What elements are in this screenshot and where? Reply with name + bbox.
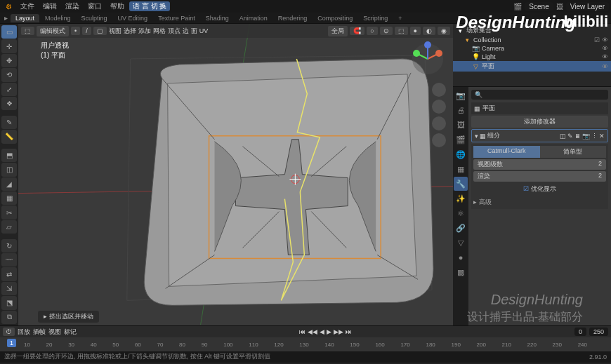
eye-icon[interactable]: 👁 <box>602 36 608 43</box>
ws-tab-layout[interactable]: Layout <box>11 14 39 22</box>
vp-menu-edge[interactable]: 边 <box>183 27 189 36</box>
modifier-header[interactable]: ▾ ▦ 细分 ◫ ✎ 🖥 📷 ⋮ ✕ <box>471 129 608 142</box>
menu-render[interactable]: 渲染 <box>62 1 83 11</box>
advanced-panel[interactable]: ▸ 高级 <box>473 198 606 207</box>
viewport-3d[interactable]: ⬚ 编辑模式 • / ▢ 视图 选择 添加 网格 顶点 边 面 UV 全局 🧲 … <box>18 24 453 325</box>
zoom-icon[interactable] <box>432 83 446 97</box>
pan-icon[interactable] <box>432 100 446 114</box>
ptab-object[interactable]: ▦ <box>454 162 468 176</box>
ws-tab-uv[interactable]: UV Editing <box>113 14 153 22</box>
tool-transform[interactable]: ❖ <box>1 97 17 110</box>
current-frame-marker[interactable]: 1 <box>7 339 16 347</box>
tool-cursor[interactable]: ✛ <box>1 39 17 53</box>
ws-tab-shading[interactable]: Shading <box>201 14 234 22</box>
menu-window[interactable]: 窗口 <box>84 1 105 11</box>
snap-toggle[interactable]: 🧲 <box>350 27 364 35</box>
ptab-data[interactable]: ▽ <box>454 236 468 250</box>
scene-name-input[interactable]: Scene <box>525 2 553 11</box>
vert-select-mode[interactable]: • <box>71 27 80 35</box>
render-levels-slider[interactable]: 渲染 2 <box>473 171 606 182</box>
checkbox-icon[interactable]: ☑ <box>594 36 600 43</box>
ptab-output[interactable]: 🖨 <box>454 103 468 117</box>
tool-measure[interactable]: 📏 <box>1 130 17 143</box>
object-breadcrumb[interactable]: ▦ 平面 <box>471 102 608 114</box>
shading-solid-icon[interactable]: ● <box>410 27 421 35</box>
play-icon[interactable]: ▶ <box>327 328 331 335</box>
mod-render-icon[interactable]: 📷 <box>582 133 590 140</box>
tool-scale[interactable]: ⤢ <box>1 83 17 96</box>
tool-move[interactable]: ✥ <box>1 54 17 67</box>
mod-close-icon[interactable]: ✕ <box>599 133 605 140</box>
ortho-icon[interactable] <box>432 133 446 147</box>
ws-tab-texture[interactable]: Texture Paint <box>153 14 200 22</box>
viewlayer-input[interactable]: View Layer <box>566 2 609 11</box>
tool-shear[interactable]: ⬔ <box>1 296 17 309</box>
mod-menu-icon[interactable]: ⋮ <box>591 133 598 140</box>
tool-annotate[interactable]: ✎ <box>1 116 17 129</box>
shading-render-icon[interactable]: ◉ <box>438 27 450 35</box>
tl-view[interactable]: 视图 <box>48 328 61 337</box>
tool-smooth[interactable]: 〰 <box>1 253 17 267</box>
keyframe-next-icon[interactable]: ▶▶ <box>334 328 343 335</box>
tool-rotate[interactable]: ⟲ <box>1 68 17 81</box>
tool-rip[interactable]: ⧉ <box>1 311 17 324</box>
vp-menu-vertex[interactable]: 顶点 <box>168 27 180 36</box>
mod-edit-icon[interactable]: ✎ <box>567 133 573 140</box>
keyframe-prev-icon[interactable]: ◀◀ <box>308 328 317 335</box>
shading-wire-icon[interactable]: ⬚ <box>395 27 408 35</box>
proportional-toggle[interactable]: ○ <box>367 27 377 35</box>
orientation-dropdown[interactable]: 全局 <box>328 26 348 36</box>
workspace-icon[interactable]: ▸ <box>2 14 10 22</box>
tl-marker[interactable]: 标记 <box>64 328 77 337</box>
simple-tab[interactable]: 简单型 <box>540 146 607 158</box>
timeline-editor-icon[interactable]: ⏱ <box>3 328 15 336</box>
shading-matcap-icon[interactable]: ◐ <box>423 27 435 35</box>
tool-inset[interactable]: ◫ <box>1 163 17 176</box>
menu-lang-tab[interactable]: 语 言 切 换 <box>129 1 170 11</box>
ws-tab-scripting[interactable]: Scripting <box>358 14 393 22</box>
tool-select[interactable]: ▭ <box>1 25 17 39</box>
navigation-gizmo[interactable] <box>409 41 446 77</box>
menu-edit[interactable]: 编辑 <box>39 1 60 11</box>
jump-start-icon[interactable]: ⏮ <box>299 328 306 335</box>
outliner-item-camera[interactable]: 📷 Camera 👁 <box>453 44 611 53</box>
ptab-viewlayer[interactable]: 🖼 <box>454 118 468 132</box>
ws-tab-compositing[interactable]: Compositing <box>313 14 357 22</box>
ptab-texture[interactable]: ▩ <box>454 265 468 279</box>
viewport-levels-slider[interactable]: 视图级数 2 <box>473 159 606 170</box>
tool-poly[interactable]: ▱ <box>1 220 17 234</box>
ptab-world[interactable]: 🌐 <box>454 147 468 161</box>
modifier-name[interactable]: 细分 <box>487 131 558 140</box>
ws-tab-sculpting[interactable]: Sculpting <box>77 14 112 22</box>
mod-realtime-icon[interactable]: 🖥 <box>574 133 581 140</box>
tool-shrink[interactable]: ⇲ <box>1 282 17 295</box>
props-search[interactable]: 🔍 <box>471 90 608 100</box>
tool-loopcut[interactable]: ▦ <box>1 191 17 205</box>
camera-icon[interactable] <box>432 116 446 130</box>
overlay-toggle[interactable]: ⊙ <box>380 27 393 35</box>
menu-help[interactable]: 帮助 <box>107 1 128 11</box>
catmull-tab[interactable]: Catmull-Clark <box>473 146 540 158</box>
tool-bevel[interactable]: ◢ <box>1 177 17 191</box>
frame-start-input[interactable]: 0 <box>574 328 586 336</box>
ptab-constraints[interactable]: 🔗 <box>454 221 468 235</box>
vp-menu-select[interactable]: 选择 <box>124 27 136 36</box>
menu-file[interactable]: 文件 <box>17 1 38 11</box>
outliner-item-light[interactable]: 💡 Light 👁 <box>453 53 611 61</box>
ws-tab-rendering[interactable]: Rendering <box>273 14 313 22</box>
ws-tab-animation[interactable]: Animation <box>235 14 272 22</box>
operator-status[interactable]: ▸ 挤出选区并移动 <box>38 311 99 323</box>
editor-type-icon[interactable]: ⬚ <box>21 27 34 35</box>
vp-menu-view[interactable]: 视图 <box>109 27 121 36</box>
tool-knife[interactable]: ✂ <box>1 205 17 219</box>
mode-dropdown[interactable]: 编辑模式 <box>37 26 69 36</box>
jump-end-icon[interactable]: ⏭ <box>346 328 352 335</box>
edge-select-mode[interactable]: / <box>82 27 91 35</box>
mod-cage-icon[interactable]: ◫ <box>560 133 566 140</box>
ptab-scene[interactable]: 🎬 <box>454 133 468 147</box>
ws-tab-modeling[interactable]: Modeling <box>40 14 76 22</box>
tool-spin[interactable]: ↻ <box>1 239 17 252</box>
eye-icon[interactable]: 👁 <box>602 45 608 52</box>
expand-icon[interactable]: ▾ <box>475 133 478 140</box>
ptab-material[interactable]: ● <box>454 250 468 264</box>
